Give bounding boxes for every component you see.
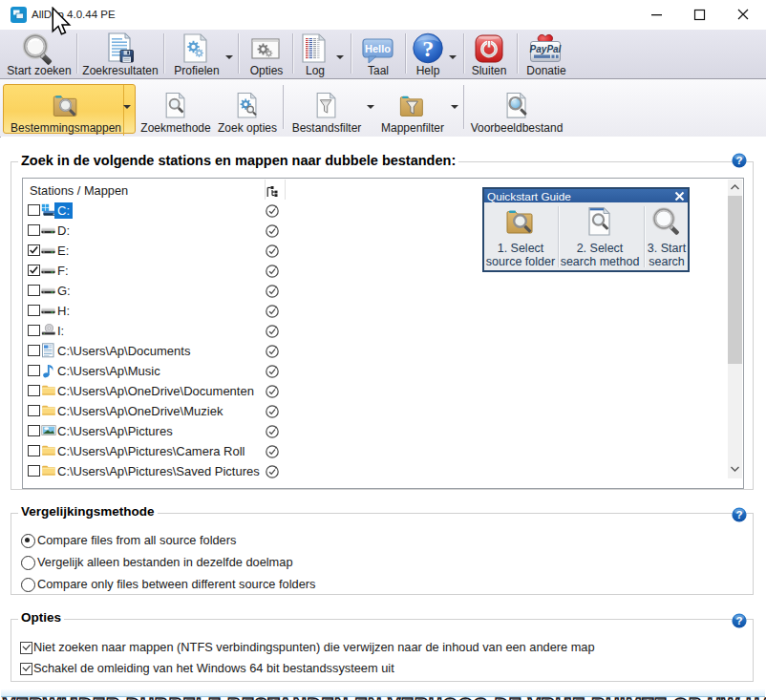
svg-text:?: ? <box>422 36 434 61</box>
svg-text:?: ? <box>735 615 742 626</box>
svg-text:?: ? <box>735 155 742 166</box>
svg-text:VERWIJDER DUBBELE BESTANDEN EN: VERWIJDER DUBBELE BESTANDEN EN VERHOOG D… <box>3 694 766 700</box>
svg-text:?: ? <box>735 509 742 520</box>
svg-text:Hello: Hello <box>365 43 391 54</box>
svg-text:PayPal: PayPal <box>530 44 562 54</box>
